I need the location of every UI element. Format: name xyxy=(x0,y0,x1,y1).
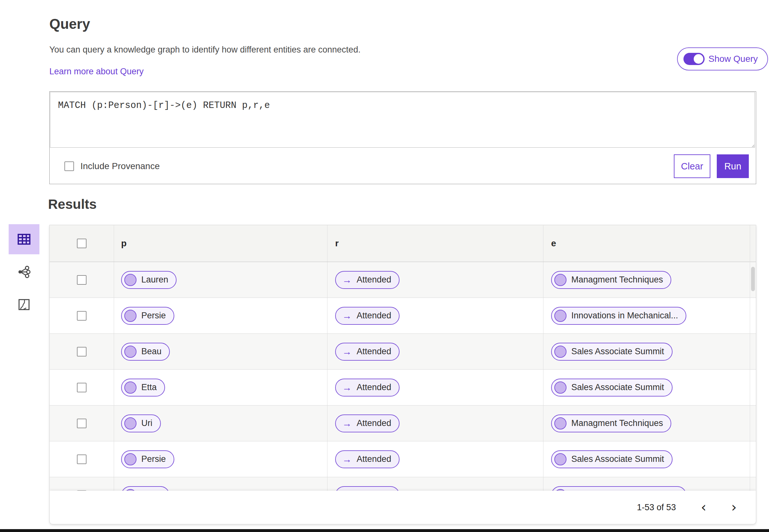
entity-pill[interactable]: Beau xyxy=(121,343,170,361)
relation-label: Attended xyxy=(356,382,391,392)
entity-label: Innovations in Mechanical... xyxy=(571,311,678,321)
entity-pill[interactable]: Managment Techniques xyxy=(551,271,671,289)
node-circle-icon xyxy=(554,417,567,430)
results-table: p r e Lauren →Attended Managment Techniq… xyxy=(49,225,756,524)
view-switcher xyxy=(9,224,39,313)
row-checkbox[interactable] xyxy=(77,311,86,321)
entity-pill[interactable]: Sales Associate Summit xyxy=(551,379,673,397)
table-header-row: p r e xyxy=(50,225,756,262)
node-circle-icon xyxy=(124,381,136,394)
entity-pill[interactable]: Persie xyxy=(121,450,174,468)
table-view-button[interactable] xyxy=(9,224,39,254)
previous-page-button[interactable]: ‹ xyxy=(701,501,706,514)
toggle-switch-icon[interactable] xyxy=(683,53,705,65)
relation-pill[interactable]: →Attended xyxy=(335,307,400,325)
network-view-button[interactable] xyxy=(14,263,34,281)
query-panel: MATCH (p:Person)-[r]->(e) RETURN p,r,e I… xyxy=(49,91,756,184)
entity-label: Etta xyxy=(141,382,157,392)
table-row: Uri →Attended Managment Techniques xyxy=(50,405,756,441)
entity-label: Uri xyxy=(141,418,152,428)
next-page-button[interactable]: › xyxy=(731,501,737,514)
clear-button[interactable]: Clear xyxy=(674,154,710,178)
table-row: Persie →Attended Sales Associate Summit xyxy=(50,441,756,477)
pagination-bar: 1-53 of 53 ‹ › xyxy=(50,491,756,524)
pagination-range: 1-53 of 53 xyxy=(637,503,676,512)
node-circle-icon xyxy=(554,346,567,358)
relation-label: Attended xyxy=(356,418,391,428)
entity-pill[interactable]: Persie xyxy=(121,307,174,325)
column-header-p: p xyxy=(121,238,127,249)
learn-more-link[interactable]: Learn more about Query xyxy=(49,67,143,77)
arrow-right-icon: → xyxy=(342,311,352,321)
window-bottom-edge xyxy=(0,529,769,532)
relation-pill[interactable]: →Attended xyxy=(335,414,400,432)
row-checkbox[interactable] xyxy=(77,383,86,392)
entity-pill[interactable]: Managment Techniques xyxy=(551,414,671,432)
relation-label: Attended xyxy=(356,454,391,464)
page-description: You can query a knowledge graph to ident… xyxy=(49,45,360,55)
column-header-r: r xyxy=(335,238,339,249)
arrow-right-icon: → xyxy=(342,383,352,392)
node-circle-icon xyxy=(554,310,567,322)
column-header-e: e xyxy=(551,238,556,249)
select-all-checkbox[interactable] xyxy=(77,239,86,248)
entity-label: Persie xyxy=(141,454,166,464)
node-circle-icon xyxy=(124,453,136,465)
relation-pill[interactable]: →Attended xyxy=(335,379,400,397)
page-title: Query xyxy=(49,16,90,32)
show-query-label: Show Query xyxy=(708,54,758,64)
map-icon xyxy=(17,298,31,312)
arrow-right-icon: → xyxy=(342,275,352,285)
run-button[interactable]: Run xyxy=(717,154,749,178)
arrow-right-icon: → xyxy=(342,454,352,464)
table-icon xyxy=(16,232,32,247)
relation-pill[interactable]: →Attended xyxy=(335,343,400,361)
entity-pill[interactable]: Sales Associate Summit xyxy=(551,450,673,468)
include-provenance-label: Include Provenance xyxy=(80,161,160,171)
row-checkbox[interactable] xyxy=(77,347,86,356)
entity-label: Persie xyxy=(141,311,166,321)
entity-label: Managment Techniques xyxy=(571,418,663,428)
row-checkbox[interactable] xyxy=(77,419,86,428)
entity-pill[interactable]: Innovations in Mechanical... xyxy=(551,307,686,325)
row-checkbox[interactable] xyxy=(77,454,86,464)
entity-label: Sales Associate Summit xyxy=(571,382,664,392)
map-view-button[interactable] xyxy=(14,296,34,313)
query-controls: Include Provenance Clear Run xyxy=(50,149,756,184)
table-row: Persie →Attended Innovations in Mechanic… xyxy=(50,298,756,334)
scrollbar-track xyxy=(750,225,750,491)
table-row: Etta →Attended Sales Associate Summit xyxy=(50,370,756,405)
network-icon xyxy=(17,265,31,279)
node-circle-icon xyxy=(124,274,136,286)
node-circle-icon xyxy=(554,381,567,394)
node-circle-icon xyxy=(554,274,567,286)
relation-pill[interactable]: →Attended xyxy=(335,450,400,468)
entity-label: Managment Techniques xyxy=(571,275,663,285)
show-query-toggle[interactable]: Show Query xyxy=(677,47,768,70)
node-circle-icon xyxy=(124,417,136,430)
relation-label: Attended xyxy=(356,275,391,285)
entity-label: Sales Associate Summit xyxy=(571,454,664,464)
toggle-knob xyxy=(694,54,703,64)
entity-label: Beau xyxy=(141,347,161,356)
table-row: Lauren →Attended Managment Techniques xyxy=(50,262,756,298)
arrow-right-icon: → xyxy=(342,419,352,428)
entity-pill[interactable]: Uri xyxy=(121,414,161,432)
include-provenance-option[interactable]: Include Provenance xyxy=(64,161,160,171)
query-input[interactable]: MATCH (p:Person)-[r]->(e) RETURN p,r,e xyxy=(50,92,755,148)
relation-label: Attended xyxy=(356,311,391,321)
entity-label: Lauren xyxy=(141,275,168,285)
row-checkbox[interactable] xyxy=(77,275,86,285)
node-circle-icon xyxy=(124,346,136,358)
node-circle-icon xyxy=(554,453,567,465)
entity-pill[interactable]: Etta xyxy=(121,379,165,397)
scrollbar-thumb[interactable] xyxy=(751,267,755,291)
arrow-right-icon: → xyxy=(342,347,352,356)
node-circle-icon xyxy=(124,310,136,322)
relation-label: Attended xyxy=(356,347,391,356)
relation-pill[interactable]: →Attended xyxy=(335,271,400,289)
include-provenance-checkbox[interactable] xyxy=(64,161,74,171)
entity-pill[interactable]: Sales Associate Summit xyxy=(551,343,673,361)
entity-label: Sales Associate Summit xyxy=(571,347,664,356)
entity-pill[interactable]: Lauren xyxy=(121,271,176,289)
